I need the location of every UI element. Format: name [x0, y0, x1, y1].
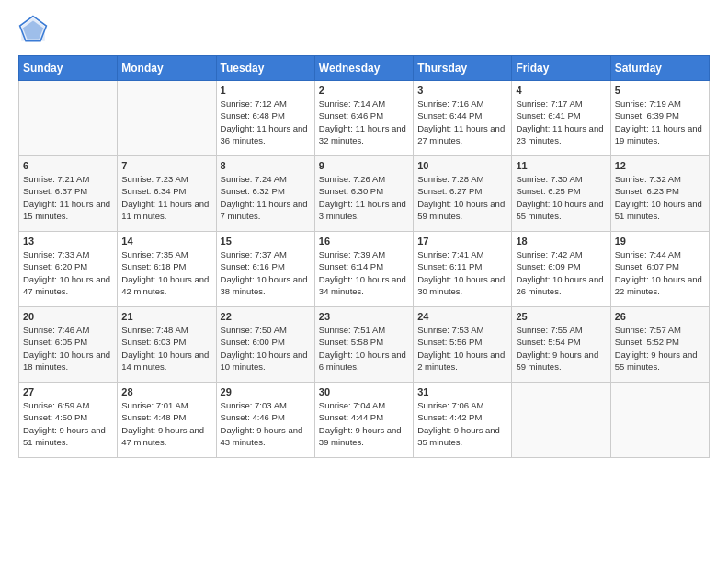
- day-number: 30: [319, 386, 409, 397]
- calendar-cell: 3Sunrise: 7:16 AMSunset: 6:44 PMDaylight…: [414, 81, 512, 156]
- header-day: Saturday: [610, 56, 709, 81]
- day-number: 11: [516, 160, 606, 171]
- calendar-cell: 13Sunrise: 7:33 AMSunset: 6:20 PMDayligh…: [19, 232, 118, 307]
- day-number: 4: [516, 85, 606, 96]
- day-info: Sunrise: 7:16 AMSunset: 6:44 PMDaylight:…: [417, 98, 507, 146]
- header-day: Tuesday: [216, 56, 314, 81]
- day-number: 22: [221, 311, 311, 322]
- day-info: Sunrise: 7:50 AMSunset: 6:00 PMDaylight:…: [221, 324, 311, 373]
- calendar-cell: 29Sunrise: 7:03 AMSunset: 4:46 PMDayligh…: [216, 383, 314, 458]
- calendar-cell: 15Sunrise: 7:37 AMSunset: 6:16 PMDayligh…: [216, 232, 314, 307]
- day-number: 17: [417, 236, 507, 247]
- calendar-week-row: 13Sunrise: 7:33 AMSunset: 6:20 PMDayligh…: [19, 232, 710, 307]
- day-number: 7: [121, 160, 211, 171]
- calendar-cell: 24Sunrise: 7:53 AMSunset: 5:56 PMDayligh…: [414, 307, 512, 383]
- calendar-cell: 11Sunrise: 7:30 AMSunset: 6:25 PMDayligh…: [512, 156, 610, 232]
- day-number: 28: [121, 386, 211, 397]
- header-day: Friday: [512, 56, 610, 81]
- calendar-cell: 7Sunrise: 7:23 AMSunset: 6:34 PMDaylight…: [118, 156, 216, 232]
- day-info: Sunrise: 7:51 AMSunset: 5:58 PMDaylight:…: [319, 324, 409, 373]
- day-number: 10: [417, 160, 507, 171]
- day-info: Sunrise: 7:17 AMSunset: 6:41 PMDaylight:…: [516, 98, 606, 146]
- day-number: 14: [121, 236, 211, 247]
- day-info: Sunrise: 7:03 AMSunset: 4:46 PMDaylight:…: [221, 399, 311, 448]
- day-number: 2: [319, 85, 409, 96]
- day-info: Sunrise: 7:42 AMSunset: 6:09 PMDaylight:…: [516, 248, 606, 297]
- calendar-cell: 22Sunrise: 7:50 AMSunset: 6:00 PMDayligh…: [216, 307, 314, 383]
- day-info: Sunrise: 7:30 AMSunset: 6:25 PMDaylight:…: [516, 173, 606, 222]
- calendar-cell: 2Sunrise: 7:14 AMSunset: 6:46 PMDaylight…: [314, 81, 413, 156]
- day-info: Sunrise: 7:48 AMSunset: 6:03 PMDaylight:…: [121, 324, 211, 373]
- calendar-cell: 4Sunrise: 7:17 AMSunset: 6:41 PMDaylight…: [512, 81, 610, 156]
- day-number: 18: [516, 236, 606, 247]
- calendar-cell: 31Sunrise: 7:06 AMSunset: 4:42 PMDayligh…: [414, 383, 512, 458]
- calendar-cell: 9Sunrise: 7:26 AMSunset: 6:30 PMDaylight…: [314, 156, 413, 232]
- calendar-cell: 28Sunrise: 7:01 AMSunset: 4:48 PMDayligh…: [118, 383, 216, 458]
- day-number: 1: [221, 85, 311, 96]
- calendar-cell: 10Sunrise: 7:28 AMSunset: 6:27 PMDayligh…: [414, 156, 512, 232]
- calendar-cell: 20Sunrise: 7:46 AMSunset: 6:05 PMDayligh…: [19, 307, 118, 383]
- day-number: 16: [319, 236, 409, 247]
- calendar-cell: 17Sunrise: 7:41 AMSunset: 6:11 PMDayligh…: [414, 232, 512, 307]
- logo: [18, 15, 53, 44]
- calendar-cell: 14Sunrise: 7:35 AMSunset: 6:18 PMDayligh…: [118, 232, 216, 307]
- day-info: Sunrise: 7:33 AMSunset: 6:20 PMDaylight:…: [23, 248, 113, 297]
- calendar-cell: [610, 383, 709, 458]
- day-info: Sunrise: 7:32 AMSunset: 6:23 PMDaylight:…: [615, 173, 705, 222]
- calendar-cell: 26Sunrise: 7:57 AMSunset: 5:52 PMDayligh…: [610, 307, 709, 383]
- day-info: Sunrise: 7:35 AMSunset: 6:18 PMDaylight:…: [121, 248, 211, 297]
- day-info: Sunrise: 7:28 AMSunset: 6:27 PMDaylight:…: [417, 173, 507, 222]
- header-day: Monday: [118, 56, 216, 81]
- day-info: Sunrise: 7:23 AMSunset: 6:34 PMDaylight:…: [121, 173, 211, 222]
- day-info: Sunrise: 6:59 AMSunset: 4:50 PMDaylight:…: [23, 399, 113, 448]
- day-info: Sunrise: 7:14 AMSunset: 6:46 PMDaylight:…: [319, 98, 409, 146]
- day-number: 29: [221, 386, 311, 397]
- day-info: Sunrise: 7:53 AMSunset: 5:56 PMDaylight:…: [417, 324, 507, 373]
- calendar-cell: 6Sunrise: 7:21 AMSunset: 6:37 PMDaylight…: [19, 156, 118, 232]
- page-header: [18, 15, 710, 44]
- calendar-cell: 23Sunrise: 7:51 AMSunset: 5:58 PMDayligh…: [314, 307, 413, 383]
- day-number: 5: [615, 85, 705, 96]
- day-info: Sunrise: 7:24 AMSunset: 6:32 PMDaylight:…: [221, 173, 311, 222]
- day-number: 6: [23, 160, 113, 171]
- calendar-cell: [118, 81, 216, 156]
- calendar-cell: 5Sunrise: 7:19 AMSunset: 6:39 PMDaylight…: [610, 81, 709, 156]
- logo-icon: [18, 15, 48, 44]
- day-number: 24: [417, 311, 507, 322]
- day-info: Sunrise: 7:01 AMSunset: 4:48 PMDaylight:…: [121, 399, 211, 448]
- day-info: Sunrise: 7:19 AMSunset: 6:39 PMDaylight:…: [615, 98, 705, 146]
- calendar-cell: 18Sunrise: 7:42 AMSunset: 6:09 PMDayligh…: [512, 232, 610, 307]
- day-number: 21: [121, 311, 211, 322]
- day-number: 15: [221, 236, 311, 247]
- calendar-cell: 30Sunrise: 7:04 AMSunset: 4:44 PMDayligh…: [314, 383, 413, 458]
- day-number: 25: [516, 311, 606, 322]
- header-row: SundayMondayTuesdayWednesdayThursdayFrid…: [19, 56, 710, 81]
- day-info: Sunrise: 7:04 AMSunset: 4:44 PMDaylight:…: [319, 399, 409, 448]
- calendar-cell: [512, 383, 610, 458]
- day-number: 20: [23, 311, 113, 322]
- day-info: Sunrise: 7:39 AMSunset: 6:14 PMDaylight:…: [319, 248, 409, 297]
- calendar-week-row: 1Sunrise: 7:12 AMSunset: 6:48 PMDaylight…: [19, 81, 710, 156]
- calendar-cell: 8Sunrise: 7:24 AMSunset: 6:32 PMDaylight…: [216, 156, 314, 232]
- header-day: Wednesday: [314, 56, 413, 81]
- day-number: 23: [319, 311, 409, 322]
- day-info: Sunrise: 7:57 AMSunset: 5:52 PMDaylight:…: [615, 324, 705, 373]
- day-info: Sunrise: 7:55 AMSunset: 5:54 PMDaylight:…: [516, 324, 606, 373]
- day-info: Sunrise: 7:46 AMSunset: 6:05 PMDaylight:…: [23, 324, 113, 373]
- header-day: Sunday: [19, 56, 118, 81]
- calendar-cell: 1Sunrise: 7:12 AMSunset: 6:48 PMDaylight…: [216, 81, 314, 156]
- day-info: Sunrise: 7:12 AMSunset: 6:48 PMDaylight:…: [221, 98, 311, 146]
- calendar-cell: 27Sunrise: 6:59 AMSunset: 4:50 PMDayligh…: [19, 383, 118, 458]
- calendar-cell: [19, 81, 118, 156]
- day-info: Sunrise: 7:41 AMSunset: 6:11 PMDaylight:…: [417, 248, 507, 297]
- day-info: Sunrise: 7:21 AMSunset: 6:37 PMDaylight:…: [23, 173, 113, 222]
- calendar-cell: 25Sunrise: 7:55 AMSunset: 5:54 PMDayligh…: [512, 307, 610, 383]
- day-number: 19: [615, 236, 705, 247]
- day-number: 9: [319, 160, 409, 171]
- day-number: 8: [221, 160, 311, 171]
- day-number: 31: [417, 386, 507, 397]
- calendar-week-row: 27Sunrise: 6:59 AMSunset: 4:50 PMDayligh…: [19, 383, 710, 458]
- calendar-cell: 21Sunrise: 7:48 AMSunset: 6:03 PMDayligh…: [118, 307, 216, 383]
- calendar-week-row: 20Sunrise: 7:46 AMSunset: 6:05 PMDayligh…: [19, 307, 710, 383]
- header-day: Thursday: [414, 56, 512, 81]
